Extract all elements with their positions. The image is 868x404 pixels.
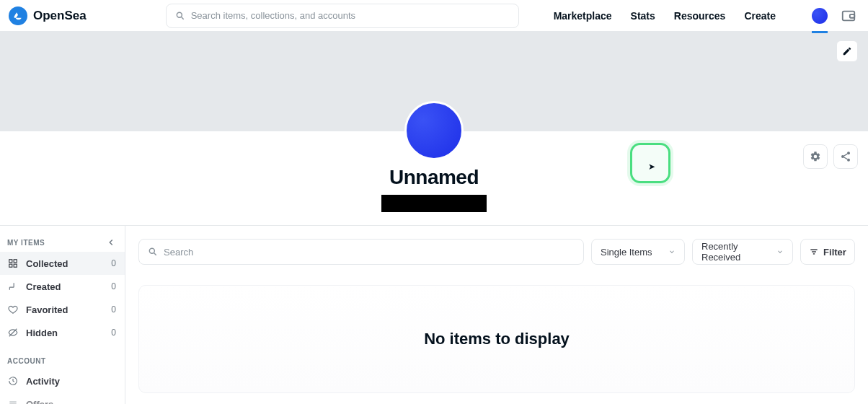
- svg-point-15: [149, 248, 154, 253]
- filter-icon: [809, 247, 819, 257]
- items-search-input[interactable]: [164, 247, 575, 258]
- sidebar-item-count: 0: [111, 304, 116, 315]
- sidebar-item-offers[interactable]: Offers: [0, 392, 125, 404]
- filter-bar: Single Items Recently Received Filter: [138, 239, 855, 265]
- sort-select[interactable]: Recently Received: [692, 239, 793, 265]
- sidebar-item-label: Created: [26, 281, 61, 292]
- empty-state: No items to display: [138, 285, 855, 393]
- svg-rect-7: [9, 260, 12, 263]
- sidebar-item-label: Offers: [26, 399, 53, 405]
- filter-button-label: Filter: [823, 247, 846, 258]
- nav-marketplace[interactable]: Marketplace: [554, 10, 612, 22]
- nav-resources[interactable]: Resources: [674, 10, 726, 22]
- sidebar-item-label: Hidden: [26, 328, 58, 338]
- edit-banner-button[interactable]: [836, 40, 858, 62]
- view-select-label: Single Items: [601, 247, 652, 258]
- share-button[interactable]: [833, 144, 858, 169]
- pencil-icon: [842, 46, 852, 56]
- svg-point-6: [847, 159, 850, 162]
- profile-name: Unnamed: [389, 166, 479, 189]
- svg-rect-10: [14, 264, 17, 267]
- list-icon: [7, 398, 19, 404]
- profile-avatar[interactable]: [404, 101, 464, 160]
- profile-header: Unnamed: [0, 131, 868, 226]
- profile-actions: [803, 144, 858, 169]
- filter-button[interactable]: Filter: [800, 239, 855, 265]
- sidebar: My Items Collected 0 Created 0 Favorited…: [0, 226, 125, 404]
- wallet-button[interactable]: [841, 8, 856, 24]
- svg-rect-2: [843, 11, 855, 20]
- chevron-down-icon: [776, 248, 784, 255]
- sidebar-section-myitems: My Items: [0, 230, 125, 252]
- wallet-icon: [841, 8, 856, 24]
- history-icon: [7, 375, 19, 387]
- grid-icon: [7, 258, 19, 269]
- global-search-input[interactable]: [191, 10, 510, 21]
- chevron-down-icon: [668, 248, 676, 255]
- sidebar-item-activity[interactable]: Activity: [0, 369, 125, 392]
- nav-create[interactable]: Create: [744, 10, 776, 22]
- sidebar-heading-account: Account: [7, 357, 46, 365]
- primary-nav: Marketplace Stats Resources Create: [554, 8, 856, 24]
- items-search[interactable]: [138, 239, 584, 265]
- svg-rect-9: [9, 264, 12, 267]
- nav-icons: [812, 8, 856, 24]
- paintbrush-icon: [7, 281, 19, 292]
- account-menu[interactable]: [812, 8, 828, 24]
- share-icon: [840, 151, 851, 162]
- svg-rect-3: [850, 14, 854, 18]
- svg-point-0: [177, 12, 182, 17]
- svg-line-1: [181, 17, 183, 19]
- sidebar-item-label: Favorited: [26, 304, 68, 315]
- main-panel: Single Items Recently Received Filter No…: [125, 226, 868, 404]
- sort-select-label: Recently Received: [701, 241, 776, 263]
- sidebar-item-hidden[interactable]: Hidden 0: [0, 321, 125, 344]
- search-icon: [175, 11, 185, 21]
- sidebar-item-label: Collected: [26, 258, 68, 269]
- sidebar-item-count: 0: [111, 258, 116, 268]
- heart-icon: [7, 304, 19, 315]
- global-search[interactable]: [166, 4, 519, 28]
- opensea-logo-icon: [9, 6, 27, 25]
- svg-line-16: [154, 253, 156, 255]
- view-select[interactable]: Single Items: [591, 239, 685, 265]
- sidebar-item-count: 0: [111, 328, 116, 338]
- sidebar-item-favorited[interactable]: Favorited 0: [0, 298, 125, 321]
- settings-button[interactable]: [803, 144, 828, 169]
- sidebar-item-count: 0: [111, 281, 116, 291]
- empty-state-message: No items to display: [424, 330, 570, 348]
- gear-icon: [810, 151, 821, 162]
- sidebar-section-account: Account: [0, 344, 125, 369]
- svg-point-4: [847, 152, 850, 154]
- eye-off-icon: [7, 327, 19, 338]
- sidebar-item-label: Activity: [26, 376, 60, 387]
- search-icon: [148, 247, 158, 257]
- nav-stats[interactable]: Stats: [631, 10, 655, 22]
- back-arrow-icon[interactable]: [106, 237, 116, 247]
- svg-rect-8: [14, 260, 17, 263]
- wallet-address-redacted: [381, 195, 487, 212]
- sidebar-item-collected[interactable]: Collected 0: [0, 252, 125, 275]
- svg-point-5: [841, 155, 844, 158]
- active-tab-indicator: [812, 31, 828, 33]
- app-header: OpenSea Marketplace Stats Resources Crea…: [0, 0, 868, 32]
- content-area: My Items Collected 0 Created 0 Favorited…: [0, 226, 868, 404]
- brand-name: OpenSea: [33, 9, 87, 23]
- user-avatar-icon: [812, 8, 828, 24]
- brand-logo[interactable]: OpenSea: [9, 6, 87, 25]
- sidebar-item-created[interactable]: Created 0: [0, 275, 125, 298]
- sidebar-heading-myitems: My Items: [7, 239, 45, 247]
